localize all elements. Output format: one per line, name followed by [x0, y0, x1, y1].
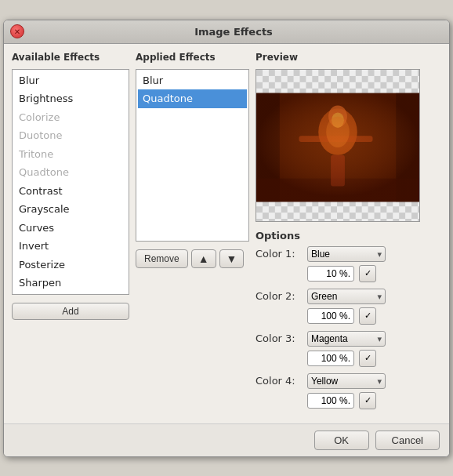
color-2-select-wrapper: BlackBlueCyanGreenMagentaRedWhiteYellow [307, 289, 386, 304]
color-2-percent-input[interactable] [307, 308, 354, 324]
available-effect-item[interactable]: Grayscale [14, 200, 127, 219]
color-4-row: Color 4:BlackBlueCyanGreenMagentaRedWhit… [255, 373, 441, 389]
available-effect-item[interactable]: Posterize [14, 256, 127, 274]
color-4-select-wrapper: BlackBlueCyanGreenMagentaRedWhiteYellow [307, 373, 386, 389]
available-effect-item[interactable]: Blur [14, 71, 127, 90]
color-2-percent-row: ✓ [307, 307, 441, 325]
available-effect-item[interactable]: Curves [14, 219, 127, 238]
available-effects-list: BlurBrightnessColorizeDuotoneTritoneQuad… [12, 69, 129, 295]
cancel-button[interactable]: Cancel [375, 431, 440, 450]
applied-effects-label: Applied Effects [136, 52, 249, 63]
dialog-title: Image Effects [24, 26, 443, 38]
options-label: Options [255, 230, 441, 242]
color-3-percent-row: ✓ [307, 350, 441, 367]
available-effects-panel: Available Effects BlurBrightnessColorize… [12, 52, 129, 416]
color-1-select[interactable]: BlackBlueCyanGreenMagentaRedWhiteYellow [307, 246, 386, 262]
color-4-percent-row: ✓ [307, 392, 441, 409]
preview-box [255, 69, 420, 222]
available-effect-item[interactable]: Invert [14, 237, 127, 256]
color-1-percent-row: ✓ [307, 265, 441, 282]
available-effect-item: Colorize [14, 108, 127, 127]
add-btn-row: Add [12, 303, 129, 320]
color-3-edit-button[interactable]: ✓ [359, 350, 376, 367]
color-2-select[interactable]: BlackBlueCyanGreenMagentaRedWhiteYellow [307, 289, 386, 304]
preview-label: Preview [255, 52, 441, 63]
svg-rect-15 [256, 93, 419, 202]
available-effect-item[interactable]: Brightness [14, 89, 127, 108]
close-button[interactable]: ✕ [10, 24, 24, 38]
color-1-label: Color 1: [255, 248, 303, 260]
color-4-percent-input[interactable] [307, 393, 354, 409]
available-effect-item[interactable]: Sharpen [14, 274, 127, 293]
applied-effects-panel: Applied Effects BlurQuadtone Remove ▲ ▼ [136, 52, 249, 416]
available-effects-label: Available Effects [12, 52, 129, 63]
color-1-edit-button[interactable]: ✓ [359, 265, 376, 282]
color-1-percent-input[interactable] [307, 266, 354, 282]
color-2-edit-button[interactable]: ✓ [359, 307, 376, 325]
options-section: Options Color 1:BlackBlueCyanGreenMagent… [255, 230, 441, 416]
applied-effects-list: BlurQuadtone [136, 69, 249, 242]
available-effect-item[interactable]: Contrast [14, 182, 127, 201]
right-panel: Preview [255, 52, 441, 416]
add-button[interactable]: Add [12, 303, 129, 320]
applied-effect-item[interactable]: Blur [138, 71, 247, 90]
available-effect-item: Quadtone [14, 163, 127, 182]
applied-effect-item[interactable]: Quadtone [138, 89, 247, 108]
color-3-select-wrapper: BlackBlueCyanGreenMagentaRedWhiteYellow [307, 331, 386, 347]
remove-button[interactable]: Remove [136, 249, 188, 268]
color-3-row: Color 3:BlackBlueCyanGreenMagentaRedWhit… [255, 331, 441, 347]
color-4-select[interactable]: BlackBlueCyanGreenMagentaRedWhiteYellow [307, 373, 386, 389]
color-3-select[interactable]: BlackBlueCyanGreenMagentaRedWhiteYellow [307, 331, 386, 347]
footer: OK Cancel [4, 423, 449, 456]
color-3-percent-input[interactable] [307, 351, 354, 366]
color-2-row: Color 2:BlackBlueCyanGreenMagentaRedWhit… [255, 289, 441, 304]
move-up-button[interactable]: ▲ [191, 249, 216, 268]
applied-btn-row: Remove ▲ ▼ [136, 249, 249, 268]
color-1-row: Color 1:BlackBlueCyanGreenMagentaRedWhit… [255, 246, 441, 262]
color-2-label: Color 2: [255, 290, 303, 302]
dialog-image-effects: ✕ Image Effects Available Effects BlurBr… [3, 20, 450, 457]
color-4-label: Color 4: [255, 375, 303, 387]
ok-button[interactable]: OK [314, 431, 369, 450]
titlebar: ✕ Image Effects [4, 20, 449, 44]
color-4-edit-button[interactable]: ✓ [359, 392, 376, 409]
available-effect-item: Tritone [14, 145, 127, 164]
color-1-select-wrapper: BlackBlueCyanGreenMagentaRedWhiteYellow [307, 246, 386, 262]
color-3-label: Color 3: [255, 332, 303, 344]
main-content: Available Effects BlurBrightnessColorize… [4, 44, 449, 423]
available-effect-item: Duotone [14, 126, 127, 145]
move-down-button[interactable]: ▼ [219, 249, 245, 268]
